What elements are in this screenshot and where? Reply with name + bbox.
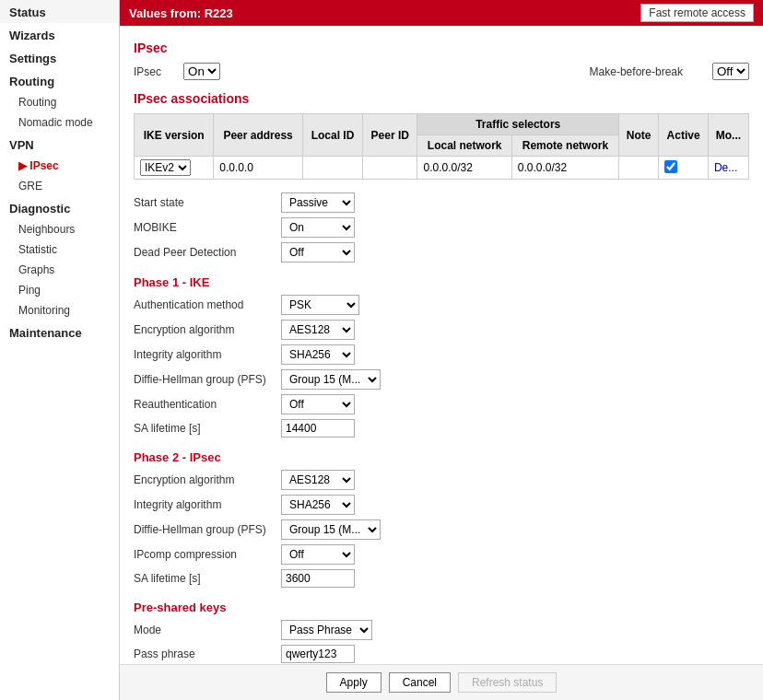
- sidebar-item-vpn[interactable]: VPN: [0, 133, 119, 156]
- passphrase-row: Pass phrase qwerty123: [134, 645, 749, 663]
- start-state-row: Start state Passive Active: [134, 192, 749, 213]
- ipsec-top-row: IPsec On Off Make-before-break Off On: [134, 63, 749, 80]
- sidebar-item-monitoring[interactable]: Monitoring: [0, 300, 119, 321]
- note-cell: [619, 157, 659, 180]
- reauth-select[interactable]: Off On: [281, 394, 355, 414]
- remote-network-cell: 0.0.0.0/32: [511, 157, 618, 180]
- sidebar-item-settings[interactable]: Settings: [0, 46, 119, 69]
- sidebar-item-routing[interactable]: Routing: [0, 69, 119, 92]
- ipcomp-label: IPcomp compression: [134, 548, 281, 561]
- th-ike-version: IKE version: [135, 114, 214, 157]
- p2-enc-algorithm-select[interactable]: AES128 AES256: [281, 470, 355, 490]
- sidebar-item-maintenance[interactable]: Maintenance: [0, 321, 119, 344]
- phase1-header: Phase 1 - IKE: [134, 275, 749, 289]
- dh-group-select[interactable]: Group 15 (M... Group 14: [281, 369, 381, 390]
- ipsec-select[interactable]: On Off: [183, 63, 220, 80]
- p2-integrity-row: Integrity algorithm SHA256 SHA1: [134, 495, 749, 515]
- sidebar-item-status[interactable]: Status: [0, 0, 119, 23]
- fast-remote-access-button[interactable]: Fast remote access: [640, 4, 754, 22]
- mobike-label: MOBIKE: [134, 221, 281, 234]
- sidebar-item-gre[interactable]: GRE: [0, 176, 119, 196]
- psk-section: Mode Pass Phrase Key Pass phrase qwerty1…: [134, 620, 749, 663]
- passphrase-input[interactable]: qwerty123: [281, 645, 355, 663]
- sidebar-item-statistic[interactable]: Statistic: [0, 239, 119, 260]
- p2-integrity-select[interactable]: SHA256 SHA1: [281, 495, 355, 515]
- dead-peer-row: Dead Peer Detection Off On: [134, 242, 749, 262]
- auth-method-row: Authentication method PSK Certificate: [134, 295, 749, 315]
- th-peer-id: Peer ID: [363, 114, 417, 157]
- refresh-button: Refresh status: [458, 672, 557, 693]
- apply-button[interactable]: Apply: [326, 672, 382, 693]
- th-peer-address: Peer address: [214, 114, 303, 157]
- th-local-network: Local network: [417, 135, 511, 157]
- dead-peer-select[interactable]: Off On: [281, 242, 355, 262]
- p2-dh-group-label: Diffie-Hellman group (PFS): [134, 523, 281, 536]
- enc-algorithm-label: Encryption algorithm: [134, 323, 281, 336]
- cancel-button[interactable]: Cancel: [389, 672, 451, 693]
- associations-table: IKE version Peer address Local ID Peer I…: [134, 113, 749, 180]
- sidebar-item-routing-routing[interactable]: Routing: [0, 92, 119, 112]
- start-state-select[interactable]: Passive Active: [281, 192, 355, 213]
- p2-enc-algorithm-label: Encryption algorithm: [134, 473, 281, 486]
- make-before-break-select[interactable]: Off On: [712, 63, 749, 80]
- phase1-section: Authentication method PSK Certificate En…: [134, 295, 749, 438]
- p2-enc-algorithm-row: Encryption algorithm AES128 AES256: [134, 470, 749, 490]
- basic-settings-section: Start state Passive Active MOBIKE On Off…: [134, 192, 749, 262]
- sidebar-item-ping[interactable]: Ping: [0, 280, 119, 300]
- mobike-row: MOBIKE On Off: [134, 217, 749, 238]
- mode-select[interactable]: Pass Phrase Key: [281, 620, 372, 640]
- table-row: IKEv2 IKEv1 0.0.0.0 0.0.0.0/32 0.0.0.0/3…: [135, 157, 749, 180]
- th-remote-network: Remote network: [511, 135, 618, 157]
- dh-group-label: Diffie-Hellman group (PFS): [134, 373, 281, 386]
- enc-algorithm-select[interactable]: AES128 AES256: [281, 320, 355, 340]
- psk-header: Pre-shared keys: [134, 601, 749, 614]
- auth-method-select[interactable]: PSK Certificate: [281, 295, 359, 315]
- sidebar-item-ipsec[interactable]: IPsec: [0, 156, 119, 176]
- page-title: Values from: R223: [129, 6, 233, 20]
- associations-header: IPsec associations: [134, 91, 749, 106]
- p2-sa-lifetime-row: SA lifetime [s] 3600: [134, 569, 749, 588]
- mode-row: Mode Pass Phrase Key: [134, 620, 749, 640]
- sa-lifetime-input[interactable]: 14400: [281, 419, 355, 438]
- th-note: Note: [619, 114, 659, 157]
- start-state-label: Start state: [134, 196, 281, 209]
- p2-dh-group-select[interactable]: Group 15 (M... Group 14: [281, 519, 381, 540]
- p2-integrity-label: Integrity algorithm: [134, 498, 281, 511]
- sidebar-item-diagnostic[interactable]: Diagnostic: [0, 196, 119, 219]
- more-cell[interactable]: De...: [708, 157, 748, 180]
- bottom-bar: Apply Cancel Refresh status: [120, 664, 763, 700]
- ipcomp-select[interactable]: Off On: [281, 544, 355, 565]
- p2-sa-lifetime-input[interactable]: 3600: [281, 569, 355, 588]
- local-id-cell: [302, 157, 362, 180]
- content-area: IPsec IPsec On Off Make-before-break Off…: [120, 26, 763, 664]
- phase2-header: Phase 2 - IPsec: [134, 450, 749, 464]
- peer-address-cell: 0.0.0.0: [214, 157, 303, 180]
- ipsec-field-label: IPsec: [134, 65, 161, 78]
- sidebar: Status Wizards Settings Routing Routing …: [0, 0, 120, 700]
- active-cell: [659, 157, 709, 180]
- sidebar-item-wizards[interactable]: Wizards: [0, 23, 119, 46]
- passphrase-label: Pass phrase: [134, 648, 281, 660]
- integrity-row: Integrity algorithm SHA256 SHA1: [134, 344, 749, 365]
- active-checkbox[interactable]: [664, 160, 677, 173]
- sa-lifetime-row: SA lifetime [s] 14400: [134, 419, 749, 438]
- main-area: Values from: R223 Fast remote access IPs…: [120, 0, 763, 700]
- ipcomp-row: IPcomp compression Off On: [134, 544, 749, 565]
- mobike-select[interactable]: On Off: [281, 217, 355, 238]
- mode-label: Mode: [134, 624, 281, 636]
- sidebar-item-graphs[interactable]: Graphs: [0, 260, 119, 280]
- sidebar-item-neighbours[interactable]: Neighbours: [0, 219, 119, 239]
- auth-method-label: Authentication method: [134, 298, 281, 311]
- local-network-cell: 0.0.0.0/32: [417, 157, 511, 180]
- dead-peer-label: Dead Peer Detection: [134, 246, 281, 259]
- sa-lifetime-label: SA lifetime [s]: [134, 422, 281, 435]
- ike-version-select[interactable]: IKEv2 IKEv1: [140, 159, 191, 176]
- ipsec-section-header: IPsec: [134, 41, 749, 55]
- dh-group-row: Diffie-Hellman group (PFS) Group 15 (M..…: [134, 369, 749, 390]
- ike-version-cell: IKEv2 IKEv1: [135, 157, 214, 180]
- sidebar-item-nomadic-mode[interactable]: Nomadic mode: [0, 112, 119, 133]
- peer-id-cell: [363, 157, 417, 180]
- p2-sa-lifetime-label: SA lifetime [s]: [134, 572, 281, 585]
- enc-algorithm-row: Encryption algorithm AES128 AES256: [134, 320, 749, 340]
- integrity-select[interactable]: SHA256 SHA1: [281, 344, 355, 365]
